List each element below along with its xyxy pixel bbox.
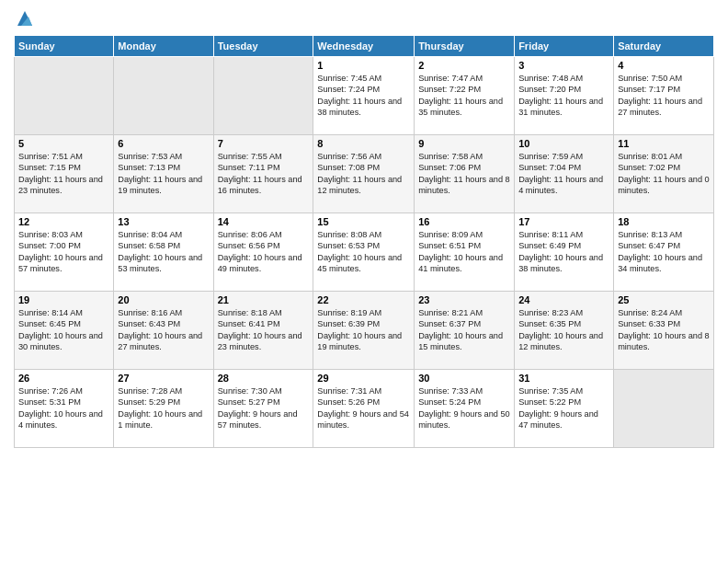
day-number: 16 bbox=[418, 216, 510, 227]
day-number: 9 bbox=[418, 138, 510, 149]
day-info: Sunrise: 8:06 AM Sunset: 6:56 PM Dayligh… bbox=[218, 229, 310, 275]
calendar-cell: 7Sunrise: 7:55 AM Sunset: 7:11 PM Daylig… bbox=[213, 135, 313, 213]
day-number: 10 bbox=[518, 138, 609, 149]
calendar-cell: 14Sunrise: 8:06 AM Sunset: 6:56 PM Dayli… bbox=[213, 213, 313, 292]
day-number: 1 bbox=[317, 60, 410, 71]
day-number: 29 bbox=[317, 373, 410, 384]
day-info: Sunrise: 8:04 AM Sunset: 6:58 PM Dayligh… bbox=[118, 229, 209, 275]
calendar-cell: 19Sunrise: 8:14 AM Sunset: 6:45 PM Dayli… bbox=[15, 292, 114, 370]
day-number: 2 bbox=[418, 60, 510, 71]
calendar-cell: 1Sunrise: 7:45 AM Sunset: 7:24 PM Daylig… bbox=[313, 57, 415, 135]
calendar-cell: 2Sunrise: 7:47 AM Sunset: 7:22 PM Daylig… bbox=[415, 57, 515, 135]
day-info: Sunrise: 8:14 AM Sunset: 6:45 PM Dayligh… bbox=[18, 307, 109, 353]
day-number: 27 bbox=[118, 373, 209, 384]
calendar-cell: 24Sunrise: 8:23 AM Sunset: 6:35 PM Dayli… bbox=[515, 292, 614, 370]
day-info: Sunrise: 7:58 AM Sunset: 7:06 PM Dayligh… bbox=[418, 151, 510, 197]
calendar: SundayMondayTuesdayWednesdayThursdayFrid… bbox=[14, 35, 714, 448]
day-info: Sunrise: 8:08 AM Sunset: 6:53 PM Dayligh… bbox=[317, 229, 410, 275]
logo-icon bbox=[16, 9, 34, 28]
day-number: 5 bbox=[18, 138, 109, 149]
calendar-cell: 31Sunrise: 7:35 AM Sunset: 5:22 PM Dayli… bbox=[515, 370, 614, 448]
calendar-cell: 25Sunrise: 8:24 AM Sunset: 6:33 PM Dayli… bbox=[614, 292, 714, 370]
day-info: Sunrise: 7:51 AM Sunset: 7:15 PM Dayligh… bbox=[18, 151, 109, 197]
day-number: 21 bbox=[218, 294, 310, 305]
page: SundayMondayTuesdayWednesdayThursdayFrid… bbox=[0, 0, 728, 563]
day-info: Sunrise: 7:45 AM Sunset: 7:24 PM Dayligh… bbox=[317, 73, 410, 119]
calendar-cell: 12Sunrise: 8:03 AM Sunset: 7:00 PM Dayli… bbox=[15, 213, 114, 292]
calendar-cell: 18Sunrise: 8:13 AM Sunset: 6:47 PM Dayli… bbox=[614, 213, 714, 292]
day-number: 30 bbox=[418, 373, 510, 384]
calendar-cell: 29Sunrise: 7:31 AM Sunset: 5:26 PM Dayli… bbox=[313, 370, 415, 448]
calendar-header-row: SundayMondayTuesdayWednesdayThursdayFrid… bbox=[15, 36, 714, 57]
day-info: Sunrise: 7:59 AM Sunset: 7:04 PM Dayligh… bbox=[518, 151, 609, 197]
day-info: Sunrise: 7:31 AM Sunset: 5:26 PM Dayligh… bbox=[317, 385, 410, 431]
day-number: 13 bbox=[118, 216, 209, 227]
calendar-cell bbox=[15, 57, 114, 135]
day-info: Sunrise: 8:11 AM Sunset: 6:49 PM Dayligh… bbox=[518, 229, 609, 275]
day-number: 7 bbox=[218, 138, 310, 149]
day-number: 26 bbox=[18, 373, 109, 384]
calendar-cell: 27Sunrise: 7:28 AM Sunset: 5:29 PM Dayli… bbox=[114, 370, 213, 448]
calendar-day-header: Wednesday bbox=[313, 36, 415, 57]
calendar-cell: 23Sunrise: 8:21 AM Sunset: 6:37 PM Dayli… bbox=[415, 292, 515, 370]
calendar-cell: 5Sunrise: 7:51 AM Sunset: 7:15 PM Daylig… bbox=[15, 135, 114, 213]
calendar-cell: 17Sunrise: 8:11 AM Sunset: 6:49 PM Dayli… bbox=[515, 213, 614, 292]
day-info: Sunrise: 8:03 AM Sunset: 7:00 PM Dayligh… bbox=[18, 229, 109, 275]
day-info: Sunrise: 7:47 AM Sunset: 7:22 PM Dayligh… bbox=[418, 73, 510, 119]
day-info: Sunrise: 7:26 AM Sunset: 5:31 PM Dayligh… bbox=[18, 385, 109, 431]
day-info: Sunrise: 8:19 AM Sunset: 6:39 PM Dayligh… bbox=[317, 307, 410, 353]
logo bbox=[14, 9, 34, 28]
calendar-cell: 6Sunrise: 7:53 AM Sunset: 7:13 PM Daylig… bbox=[114, 135, 213, 213]
day-info: Sunrise: 7:48 AM Sunset: 7:20 PM Dayligh… bbox=[518, 73, 609, 119]
calendar-cell bbox=[213, 57, 313, 135]
calendar-cell: 9Sunrise: 7:58 AM Sunset: 7:06 PM Daylig… bbox=[415, 135, 515, 213]
day-info: Sunrise: 8:16 AM Sunset: 6:43 PM Dayligh… bbox=[118, 307, 209, 353]
calendar-cell: 11Sunrise: 8:01 AM Sunset: 7:02 PM Dayli… bbox=[614, 135, 714, 213]
day-number: 8 bbox=[317, 138, 410, 149]
day-info: Sunrise: 8:23 AM Sunset: 6:35 PM Dayligh… bbox=[518, 307, 609, 353]
calendar-week-row: 12Sunrise: 8:03 AM Sunset: 7:00 PM Dayli… bbox=[15, 213, 714, 292]
day-number: 20 bbox=[118, 294, 209, 305]
calendar-cell: 21Sunrise: 8:18 AM Sunset: 6:41 PM Dayli… bbox=[213, 292, 313, 370]
day-number: 23 bbox=[418, 294, 510, 305]
calendar-cell bbox=[614, 370, 714, 448]
calendar-cell: 15Sunrise: 8:08 AM Sunset: 6:53 PM Dayli… bbox=[313, 213, 415, 292]
day-info: Sunrise: 8:24 AM Sunset: 6:33 PM Dayligh… bbox=[618, 307, 710, 353]
calendar-cell bbox=[114, 57, 213, 135]
calendar-week-row: 26Sunrise: 7:26 AM Sunset: 5:31 PM Dayli… bbox=[15, 370, 714, 448]
day-info: Sunrise: 8:21 AM Sunset: 6:37 PM Dayligh… bbox=[418, 307, 510, 353]
day-number: 4 bbox=[618, 60, 710, 71]
calendar-cell: 20Sunrise: 8:16 AM Sunset: 6:43 PM Dayli… bbox=[114, 292, 213, 370]
day-info: Sunrise: 7:28 AM Sunset: 5:29 PM Dayligh… bbox=[118, 385, 209, 431]
day-info: Sunrise: 7:50 AM Sunset: 7:17 PM Dayligh… bbox=[618, 73, 710, 119]
day-info: Sunrise: 7:53 AM Sunset: 7:13 PM Dayligh… bbox=[118, 151, 209, 197]
day-info: Sunrise: 7:55 AM Sunset: 7:11 PM Dayligh… bbox=[218, 151, 310, 197]
calendar-week-row: 5Sunrise: 7:51 AM Sunset: 7:15 PM Daylig… bbox=[15, 135, 714, 213]
day-info: Sunrise: 7:30 AM Sunset: 5:27 PM Dayligh… bbox=[218, 385, 310, 431]
day-number: 12 bbox=[18, 216, 109, 227]
calendar-cell: 13Sunrise: 8:04 AM Sunset: 6:58 PM Dayli… bbox=[114, 213, 213, 292]
calendar-cell: 28Sunrise: 7:30 AM Sunset: 5:27 PM Dayli… bbox=[213, 370, 313, 448]
calendar-day-header: Saturday bbox=[614, 36, 714, 57]
day-number: 31 bbox=[518, 373, 609, 384]
day-number: 22 bbox=[317, 294, 410, 305]
calendar-day-header: Tuesday bbox=[213, 36, 313, 57]
day-number: 3 bbox=[518, 60, 609, 71]
calendar-week-row: 19Sunrise: 8:14 AM Sunset: 6:45 PM Dayli… bbox=[15, 292, 714, 370]
calendar-cell: 22Sunrise: 8:19 AM Sunset: 6:39 PM Dayli… bbox=[313, 292, 415, 370]
day-number: 19 bbox=[18, 294, 109, 305]
day-info: Sunrise: 8:01 AM Sunset: 7:02 PM Dayligh… bbox=[618, 151, 710, 197]
day-number: 25 bbox=[618, 294, 710, 305]
day-number: 18 bbox=[618, 216, 710, 227]
calendar-cell: 26Sunrise: 7:26 AM Sunset: 5:31 PM Dayli… bbox=[15, 370, 114, 448]
day-info: Sunrise: 8:13 AM Sunset: 6:47 PM Dayligh… bbox=[618, 229, 710, 275]
calendar-cell: 4Sunrise: 7:50 AM Sunset: 7:17 PM Daylig… bbox=[614, 57, 714, 135]
calendar-day-header: Monday bbox=[114, 36, 213, 57]
day-number: 11 bbox=[618, 138, 710, 149]
day-info: Sunrise: 7:33 AM Sunset: 5:24 PM Dayligh… bbox=[418, 385, 510, 431]
day-info: Sunrise: 8:09 AM Sunset: 6:51 PM Dayligh… bbox=[418, 229, 510, 275]
day-number: 15 bbox=[317, 216, 410, 227]
day-info: Sunrise: 7:56 AM Sunset: 7:08 PM Dayligh… bbox=[317, 151, 410, 197]
day-info: Sunrise: 8:18 AM Sunset: 6:41 PM Dayligh… bbox=[218, 307, 310, 353]
calendar-day-header: Thursday bbox=[415, 36, 515, 57]
